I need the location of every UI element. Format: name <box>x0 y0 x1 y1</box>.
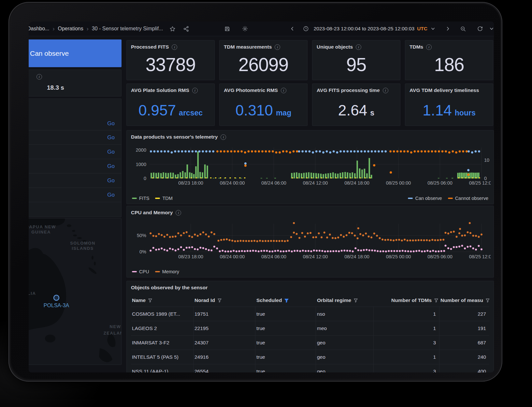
go-link[interactable]: Go <box>107 192 115 198</box>
filter-icon-active[interactable] <box>284 298 289 303</box>
info-icon[interactable]: i <box>192 88 198 93</box>
svg-text:1000: 1000 <box>136 162 146 167</box>
svg-text:08/23 18:00: 08/23 18:00 <box>178 180 203 186</box>
cell-scheduled: true <box>255 350 316 364</box>
info-icon[interactable]: i <box>36 74 42 80</box>
cpu-memory-chart[interactable]: 50%0%08/23 18:0008/24 00:0008/24 06:0008… <box>130 222 491 262</box>
filter-icon[interactable] <box>217 298 222 303</box>
zoom-out-icon[interactable] <box>458 24 468 34</box>
sensor-marker[interactable] <box>54 295 59 300</box>
cannot-observe-swatch <box>448 198 453 199</box>
time-shift-forward-icon[interactable] <box>443 24 453 34</box>
legend-item-can-observe[interactable]: Can observe <box>408 196 442 201</box>
table-row[interactable]: NSS 11 (AAP-1) 26554 true geo 3 400 <box>131 364 489 372</box>
filter-icon[interactable] <box>148 298 152 303</box>
cell-name: INTELSAT 5 (PAS 5) <box>131 350 194 364</box>
svg-text:08/25 00:00: 08/25 00:00 <box>386 254 411 259</box>
top-nav-bar: Dashbo... › Operations › 30 - Sensor tel… <box>29 22 494 36</box>
column-header-scheduled[interactable]: Scheduled <box>255 294 316 307</box>
column-header-orbital-regime[interactable]: Orbital regime <box>316 294 374 307</box>
objects-table-panel: Objects observed by the sensor Name Nora… <box>126 281 494 372</box>
table-row[interactable]: INTELSAT 5 (PAS 5) 24916 true geo 1 240 <box>131 350 489 364</box>
cell-number-of-measurements: 687 <box>439 335 489 350</box>
map-label-nz-line1: NEW <box>110 324 121 329</box>
list-item: Go <box>29 188 121 202</box>
list-item: Go <box>29 145 121 159</box>
legend-item-tdm[interactable]: TDM <box>155 196 172 201</box>
cell-orbital-regime: geo <box>316 364 374 372</box>
column-header-number-of-measurements[interactable]: Number of measu <box>439 294 489 307</box>
stat-panel-tdms: TDMsi 186 <box>405 40 493 80</box>
info-icon[interactable]: i <box>281 88 286 93</box>
info-icon[interactable]: i <box>426 44 432 50</box>
timezone-label[interactable]: UTC <box>417 26 427 32</box>
panel-title: Objects observed by the sensor <box>131 285 208 291</box>
table-row[interactable]: INMARSAT 3-F2 24307 true geo 3 687 <box>131 335 489 350</box>
cell-norad-id: 24307 <box>194 335 255 350</box>
refresh-icon[interactable] <box>475 24 485 34</box>
stat-panel-tdm-measurements: TDM measurementsi 26099 <box>219 40 308 80</box>
svg-text:08/25 06:00: 08/25 06:00 <box>427 254 453 259</box>
save-dashboard-icon[interactable] <box>223 24 232 34</box>
breadcrumb-separator: › <box>87 25 89 32</box>
panel-title: Data products vs sensor's telemetry <box>131 134 218 140</box>
sensor-marker-label: POLSA-3A <box>44 303 69 308</box>
sidebar-stat-value: 18.3 s <box>47 84 64 91</box>
info-icon[interactable]: i <box>172 44 177 50</box>
legend-item-memory[interactable]: Memory <box>155 269 179 274</box>
filter-icon[interactable] <box>353 298 358 303</box>
cell-number-of-tdms: 1 <box>374 350 439 364</box>
filter-icon[interactable] <box>434 298 439 303</box>
stat-value: 0.310mag <box>220 101 307 119</box>
info-icon[interactable]: i <box>221 134 226 140</box>
stat-unit: hours <box>455 109 476 117</box>
cell-number-of-measurements: 240 <box>439 350 489 364</box>
table-row[interactable]: COSMOS 1989 (ET... 19751 true nso 1 227 <box>131 307 489 321</box>
legend-item-fits[interactable]: FITS <box>132 196 149 201</box>
go-link[interactable]: Go <box>107 177 115 184</box>
legend-item-cpu[interactable]: CPU <box>132 269 149 274</box>
panel-title: AVG Plate Solution RMS <box>131 87 189 93</box>
list-item: Go <box>29 99 121 130</box>
list-item: Go <box>29 159 121 173</box>
share-icon[interactable] <box>181 24 191 34</box>
info-icon[interactable]: i <box>275 44 280 50</box>
stat-unit: s <box>370 109 374 117</box>
go-link[interactable]: Go <box>107 134 115 141</box>
settings-gear-icon[interactable] <box>240 24 250 34</box>
breadcrumb-operations[interactable]: Operations <box>58 26 83 32</box>
panel-title: CPU and Memory <box>131 210 173 216</box>
chart-panel-data-products: Data products vs sensor's telemetryi 010… <box>126 130 494 204</box>
time-shift-back-icon[interactable] <box>287 24 297 34</box>
data-products-chart[interactable]: 01000200010008/23 18:0008/24 00:0008/24 … <box>130 144 491 187</box>
column-header-norad-id[interactable]: Norad Id <box>194 294 255 307</box>
svg-text:08/23 18:00: 08/23 18:00 <box>178 254 203 259</box>
filter-icon[interactable] <box>485 298 489 303</box>
column-header-number-of-tdms[interactable]: Number of TDMs <box>374 294 439 307</box>
time-range-label[interactable]: 2023-08-23 12:00:04 to 2023-08-25 12:00:… <box>314 26 414 32</box>
column-header-name[interactable]: Name <box>131 294 194 307</box>
timezone-caret-down-icon[interactable] <box>428 24 438 34</box>
stat-value: 186 <box>405 54 493 75</box>
svg-text:08/25 12:00: 08/25 12:00 <box>469 180 491 186</box>
info-icon[interactable]: i <box>356 44 361 50</box>
dashboard-screen: Dashbo... › Operations › 30 - Sensor tel… <box>29 22 494 372</box>
stat-panel-avg-plate-solution-rms: AVG Plate Solution RMSi 0.957arcsec <box>126 83 215 126</box>
map-label-papua-line2: GUINEA <box>31 230 51 234</box>
star-icon[interactable] <box>168 24 178 34</box>
can-observe-swatch <box>408 198 413 199</box>
breadcrumb-current-dashboard: 30 - Sensor telemetry Simplif... <box>92 26 163 32</box>
go-link[interactable]: Go <box>107 120 115 127</box>
refresh-interval-caret-icon[interactable] <box>487 24 494 34</box>
svg-text:08/24 12:00: 08/24 12:00 <box>303 254 328 259</box>
sensor-map-panel[interactable]: PAPUA NEW GUINEA SOLOMON ISLANDS AUSTRAL… <box>29 218 122 365</box>
info-icon[interactable]: i <box>176 210 181 216</box>
legend-item-cannot-observe[interactable]: Cannot observe <box>448 196 488 201</box>
panel-title: AVG TDM delivery timeliness <box>410 87 479 93</box>
go-link[interactable]: Go <box>107 163 115 170</box>
breadcrumb-dashboards[interactable]: Dashbo... <box>29 26 49 32</box>
table-row[interactable]: LAGEOS 2 22195 true meo 1 191 <box>131 321 489 335</box>
info-icon[interactable]: i <box>383 88 388 93</box>
clock-icon <box>301 24 311 34</box>
go-link[interactable]: Go <box>107 149 115 155</box>
